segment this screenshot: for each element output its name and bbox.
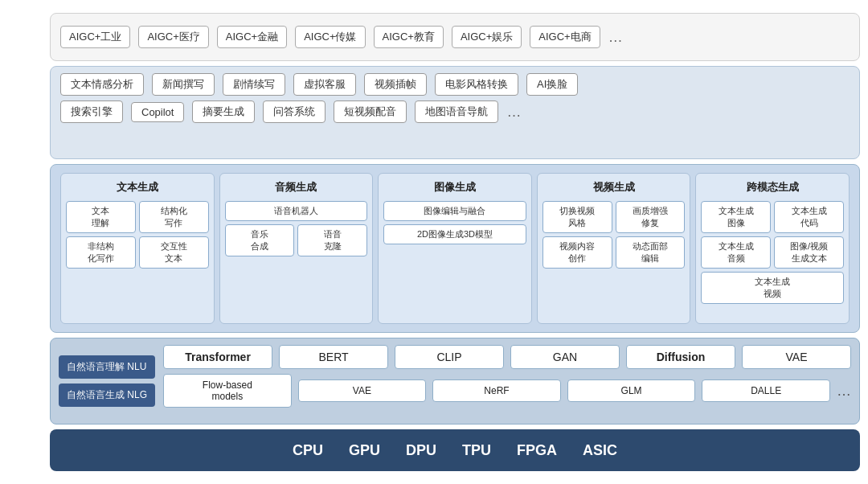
model-left: 自然语言理解 NLU自然语言生成 NLG [59, 345, 155, 417]
model-row-1: TransformerBERTCLIPGANDiffusionVAE [163, 345, 851, 369]
func-sub-tag: 动态面部 编辑 [616, 236, 686, 269]
app-row-1: 文本情感分析新闻撰写剧情续写虚拟客服视频插帧电影风格转换AI换脸 [60, 73, 850, 96]
model-layer: 自然语言理解 NLU自然语言生成 NLG TransformerBERTCLIP… [50, 338, 860, 425]
func-layer: 文本生成文本 理解结构化 写作非结构 化写作交互性 文本音频生成语音机器人音乐 … [50, 164, 860, 333]
model-tag: CLIP [395, 345, 504, 369]
func-col-title: 音频生成 [275, 180, 317, 195]
func-col: 文本生成文本 理解结构化 写作非结构 化写作交互性 文本 [60, 173, 215, 324]
func-sub-tag: 音乐 合成 [225, 224, 295, 256]
func-sub-tag: 非结构 化写作 [66, 236, 136, 269]
compute-layer: CPUGPUDPUTPUFPGAASIC [50, 429, 860, 471]
app-tag: 电影风格转换 [435, 73, 518, 96]
app-tag: 文本情感分析 [60, 73, 144, 96]
func-sub-tag: 文本 理解 [66, 201, 136, 233]
func-label [8, 163, 50, 334]
func-sub-row: 非结构 化写作交互性 文本 [66, 236, 209, 269]
compute-label [8, 428, 50, 471]
app-tag: 短视频配音 [334, 100, 407, 123]
model-tag: NeRF [432, 379, 561, 402]
scene-layer: AIGC+工业AIGC+医疗AIGC+金融AIGC+传媒AIGC+教育AIGC+… [50, 13, 860, 61]
func-col-title: 跨模态生成 [747, 180, 799, 195]
func-sub-row: 文本生成 图像文本生成 代码 [701, 201, 844, 233]
scene-label [8, 13, 50, 63]
func-sub-row: 音乐 合成语音 克隆 [225, 224, 368, 256]
func-sub-row: 语音机器人 [225, 201, 368, 221]
model-tag: Flow-based models [163, 374, 292, 408]
func-sub-tag: 语音 克隆 [297, 224, 367, 256]
model-tag: GAN [510, 345, 620, 369]
func-sub-row: 切换视频 风格画质增强 修复 [542, 201, 686, 233]
func-sub-tag: 文本生成 代码 [774, 201, 844, 233]
compute-tag: DPU [406, 442, 436, 459]
func-col-title: 视频生成 [593, 180, 635, 195]
scene-tag: AIGC+电商 [530, 26, 600, 48]
app-tag: 地图语音导航 [415, 100, 498, 123]
app-tag: 虚拟客服 [293, 73, 356, 96]
model-tag: VAE [742, 345, 851, 369]
layer-labels [8, 10, 50, 474]
compute-tag: CPU [293, 442, 323, 459]
model-row-2: Flow-based modelsVAENeRFGLMDALLE… [163, 374, 851, 408]
app-tag: 剧情续写 [223, 73, 285, 96]
app-dots: … [506, 104, 522, 121]
compute-tag: ASIC [583, 442, 617, 459]
func-col: 跨模态生成文本生成 图像文本生成 代码文本生成 音频图像/视频 生成文本文本生成… [695, 173, 850, 324]
func-col-title: 文本生成 [117, 180, 158, 195]
func-sub-row: 文本生成 视频 [701, 272, 844, 304]
func-sub-tag: 语音机器人 [225, 201, 368, 221]
app-tag: 新闻撰写 [152, 73, 215, 96]
func-sub-row: 2D图像生成3D模型 [383, 224, 526, 244]
compute-tag: FPGA [517, 442, 557, 459]
func-col-title: 图像生成 [434, 180, 476, 195]
scene-tag: AIGC+教育 [374, 26, 444, 48]
func-sub-tag: 图像/视频 生成文本 [774, 236, 844, 269]
func-sub-tag: 切换视频 风格 [542, 201, 612, 233]
content-col: AIGC+工业AIGC+医疗AIGC+金融AIGC+传媒AIGC+教育AIGC+… [50, 10, 860, 474]
func-sub-grid: 语音机器人音乐 合成语音 克隆 [225, 201, 368, 256]
scene-tag: AIGC+工业 [60, 26, 130, 48]
compute-tag: GPU [349, 442, 380, 459]
func-sub-row: 图像编辑与融合 [383, 201, 526, 221]
func-col: 视频生成切换视频 风格画质增强 修复视频内容 创作动态面部 编辑 [537, 173, 691, 324]
app-tag: 问答系统 [263, 100, 326, 123]
app-row-2: 搜索引擎Copilot摘要生成问答系统短视频配音地图语音导航… [60, 100, 850, 123]
scene-tag: AIGC+传媒 [295, 26, 365, 48]
func-sub-grid: 文本生成 图像文本生成 代码文本生成 音频图像/视频 生成文本文本生成 视频 [701, 201, 844, 304]
func-sub-tag: 结构化 写作 [139, 201, 209, 233]
compute-tag: TPU [462, 442, 491, 459]
app-tag: 摘要生成 [192, 100, 255, 123]
model-label [8, 337, 50, 425]
model-tag: GLM [567, 379, 696, 402]
func-sub-tag: 画质增强 修复 [616, 201, 686, 233]
func-sub-tag: 文本生成 图像 [701, 201, 771, 233]
app-tag: Copilot [131, 102, 184, 122]
scene-tag: AIGC+医疗 [138, 26, 208, 48]
app-tag: AI换脸 [526, 73, 578, 96]
func-sub-tag: 视频内容 创作 [542, 236, 612, 269]
func-sub-tag: 文本生成 视频 [701, 272, 844, 304]
scene-dots: … [608, 29, 624, 46]
func-col: 音频生成语音机器人音乐 合成语音 克隆 [219, 173, 374, 324]
app-tag: 视频插帧 [364, 73, 427, 96]
model-tag: BERT [279, 345, 388, 369]
func-col: 图像生成图像编辑与融合2D图像生成3D模型 [378, 173, 532, 324]
func-sub-grid: 切换视频 风格画质增强 修复视频内容 创作动态面部 编辑 [542, 201, 686, 269]
func-sub-tag: 图像编辑与融合 [383, 201, 526, 221]
model-row2-dots: … [837, 383, 851, 400]
main-container: AIGC+工业AIGC+医疗AIGC+金融AIGC+传媒AIGC+教育AIGC+… [8, 10, 860, 474]
model-tag: VAE [298, 379, 427, 402]
func-sub-row: 视频内容 创作动态面部 编辑 [542, 236, 686, 269]
func-sub-grid: 文本 理解结构化 写作非结构 化写作交互性 文本 [66, 201, 209, 269]
func-sub-row: 文本生成 音频图像/视频 生成文本 [701, 236, 844, 269]
func-sub-tag: 2D图像生成3D模型 [383, 224, 526, 244]
func-sub-tag: 文本生成 音频 [701, 236, 771, 269]
model-right: TransformerBERTCLIPGANDiffusionVAE Flow-… [163, 345, 851, 417]
scene-tag: AIGC+金融 [217, 26, 287, 48]
func-cols: 文本生成文本 理解结构化 写作非结构 化写作交互性 文本音频生成语音机器人音乐 … [60, 173, 850, 324]
app-label [8, 66, 50, 161]
func-sub-grid: 图像编辑与融合2D图像生成3D模型 [383, 201, 526, 244]
app-tag: 搜索引擎 [60, 100, 123, 123]
model-tag: DALLE [702, 379, 830, 402]
model-left-tag: 自然语言生成 NLG [59, 384, 155, 407]
app-layer: 文本情感分析新闻撰写剧情续写虚拟客服视频插帧电影风格转换AI换脸 搜索引擎Cop… [50, 66, 860, 159]
